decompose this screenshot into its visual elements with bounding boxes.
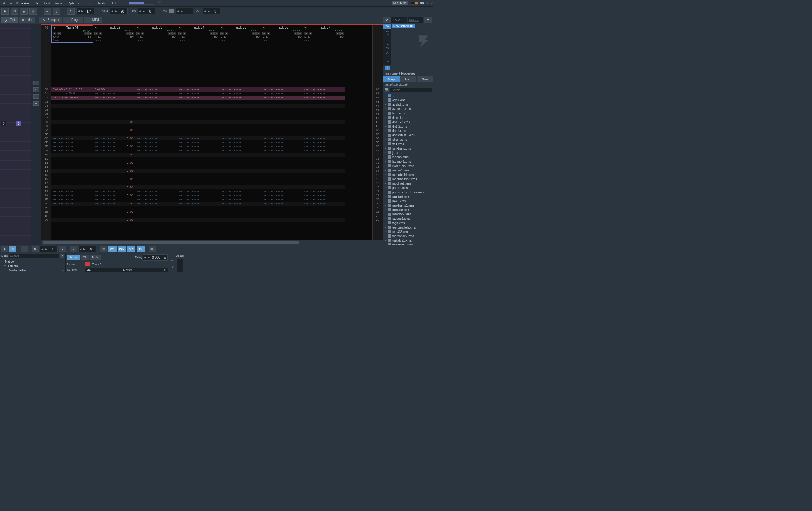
tab-mix[interactable]: Mix [19, 17, 35, 23]
follow-button[interactable]: ≡ [44, 8, 51, 15]
fx-column-toggle[interactable]: FX [137, 246, 145, 252]
instrument-slot[interactable]: 07 [383, 55, 391, 59]
file-item[interactable]: ▸medubolirlo2.xrns [385, 177, 432, 181]
routing-dropdown[interactable]: ◀▶Master▾ [85, 268, 168, 272]
tab-plugin[interactable]: Plugin [63, 17, 83, 23]
play-button[interactable]: ▶ [1, 8, 9, 15]
track-column[interactable]: --- -- -- -- ------- -- -- -- ------- --… [135, 43, 177, 240]
track-column[interactable]: C-4 00 40 04 40 00 -- 20 0 10 02 40 40 0… [51, 43, 93, 240]
file-item[interactable]: ▸dn1-2-3.xrns [385, 120, 432, 124]
wrap-button[interactable]: ⤶ [70, 246, 77, 252]
scope-oscilloscope-icon[interactable] [391, 17, 407, 23]
detach-button[interactable]: ⬈ [382, 17, 390, 23]
bpm-spinner[interactable]: ◀▶90 [110, 8, 127, 15]
menu-file[interactable]: File [33, 1, 39, 5]
track-name-value[interactable]: Track 01 [92, 263, 103, 266]
file-item[interactable]: ▸thatknnack.xrns [385, 234, 432, 238]
file-item[interactable]: ▸avala1.xrns [385, 102, 432, 107]
window-minimize-icon[interactable]: – [9, 1, 14, 5]
file-item[interactable]: ▸romane2.xrns [385, 212, 432, 216]
dsp-native-group[interactable]: ▾Native [1, 259, 64, 264]
browser-tab-songs[interactable]: Songs [383, 77, 400, 82]
search-icon[interactable]: 🔍 [385, 88, 389, 92]
instrument-slot[interactable]: 00 [383, 24, 391, 29]
delay-spinner[interactable]: ◀▶0.000 ms [143, 254, 168, 261]
instrument-slot[interactable]: 05 [383, 46, 391, 51]
vol-column-toggle[interactable]: VOL [108, 246, 117, 252]
file-item[interactable]: ▸rawdrums1.xrns [385, 203, 432, 208]
clip-indicator-icon[interactable] [157, 1, 163, 6]
dsp-search-input[interactable] [9, 253, 59, 258]
browser-tab-samples[interactable]: Sam [417, 77, 433, 82]
file-item[interactable]: ▸fdrum.xrns [385, 137, 432, 142]
window-close-icon[interactable]: ✕ [1, 1, 6, 5]
browser-tab-instr[interactable]: Instr. [400, 77, 417, 82]
file-item[interactable]: ▸dn1-2.xrns [385, 124, 432, 129]
vel-spinner[interactable]: ◀▶-- [176, 8, 193, 15]
file-item[interactable]: ▸raw1.xrns [385, 199, 432, 203]
dsp-item[interactable]: Analog Filter★ [1, 268, 64, 272]
file-item[interactable]: ▸disco1.xrns [385, 115, 432, 120]
menu-edit[interactable]: Edit [44, 1, 50, 5]
file-item[interactable]: ▸bigz.xrns [385, 111, 432, 115]
file-item[interactable]: ▸livedrums3.xrns [385, 164, 432, 168]
file-item[interactable]: ▸rapstart.xrns [385, 194, 432, 199]
record-button[interactable] [29, 8, 37, 15]
track-header[interactable]: ◀Track 03 PLAY −+−+ NoteFX PLAY [135, 25, 177, 43]
file-item[interactable]: ▸jim.xrns [385, 151, 432, 155]
track-column[interactable]: C-4 00--- -- -- -- ------- -- -- -- ----… [93, 43, 135, 240]
menu-help[interactable]: Help [110, 1, 117, 5]
master-volume-slider[interactable] [129, 2, 154, 5]
instrument-name[interactable]: New Sample 01 [392, 24, 415, 28]
browser-path[interactable]: /renoise/projs/old/ [383, 82, 433, 87]
updir-item[interactable]: .. [385, 93, 432, 98]
dsp-clear-button[interactable]: ✕ [60, 253, 64, 258]
dsp-more-button[interactable]: More [1, 254, 8, 258]
file-item[interactable]: ▸fts1.xrns [385, 142, 432, 146]
toggle-single-track[interactable]: ▮ [1, 246, 8, 252]
pattern-length[interactable]: 40 [41, 25, 51, 43]
instrument-slot[interactable]: 08 [383, 59, 391, 64]
tab-midi[interactable]: MIDI [84, 17, 102, 23]
search-pattern-button[interactable]: 🔍 [32, 246, 39, 252]
track-mute-button[interactable]: Mute [90, 255, 101, 260]
stop-button[interactable]: ■ [20, 8, 28, 15]
seq-pattern[interactable]: 0 [16, 121, 21, 126]
file-item[interactable]: ▸test333.xrns [385, 230, 432, 234]
file-item[interactable]: ▸mpclive1.xrns [385, 181, 432, 186]
pan-column-toggle[interactable]: PAN [118, 246, 126, 252]
track-header[interactable]: ◀Track 04 PLAY −+−+ NoteFX PLAY [177, 25, 219, 43]
browser-search-input[interactable] [390, 88, 432, 92]
file-item[interactable]: ▸tesrparallels.xrns [385, 225, 432, 230]
file-item[interactable]: ▸trakaiva1.xrns [385, 238, 432, 243]
file-item[interactable]: ▸avatest1.xrns [385, 107, 432, 111]
automation-button[interactable]: 〰 [21, 246, 28, 252]
file-item[interactable]: ▸doofertest1.xrns [385, 133, 432, 137]
file-item[interactable]: ▸macro1.xrns [385, 168, 432, 172]
loop-button[interactable]: ↻ [11, 8, 18, 15]
col-spinner[interactable]: ◀▶0 [78, 246, 96, 252]
track-column[interactable]: --- -- -- -- ------- -- -- -- ------- --… [177, 43, 219, 240]
contentmask-button[interactable]: ▤ [100, 246, 107, 252]
menu-view[interactable]: View [55, 1, 63, 5]
track-active-button[interactable]: Active [67, 255, 80, 260]
seq-clone-button[interactable]: ⎘ [33, 87, 39, 92]
file-item[interactable]: ▸transtest1.xrns [385, 243, 432, 245]
menu-tools[interactable]: Tools [97, 1, 106, 5]
seq-index[interactable]: 0 [1, 121, 6, 126]
instrument-slot[interactable]: 04 [383, 42, 391, 46]
oct-spinner[interactable]: ◀▶3 [203, 8, 220, 15]
toggle-pattern-view[interactable]: ▦ [9, 246, 16, 252]
block-loop-size[interactable]: ◀▶1/4 [77, 8, 94, 15]
sequence-column[interactable] [0, 24, 31, 245]
file-item[interactable]: ▸medubolirlo.xrns [385, 172, 432, 177]
menu-song[interactable]: Song [84, 1, 92, 5]
fx-dropdown[interactable]: ▦▾ [149, 246, 156, 252]
file-item[interactable]: ▸romane.xrns [385, 208, 432, 212]
tab-sampler[interactable]: Sampler [39, 17, 62, 23]
file-item[interactable]: ▸lagano.xrns [385, 155, 432, 159]
file-item[interactable]: ▸funktrain.xrns [385, 146, 432, 151]
pattern-hscroll[interactable] [41, 240, 382, 244]
edit-step-spinner[interactable]: ◀▶1 [40, 246, 58, 252]
track-color-swatch[interactable] [85, 262, 90, 266]
